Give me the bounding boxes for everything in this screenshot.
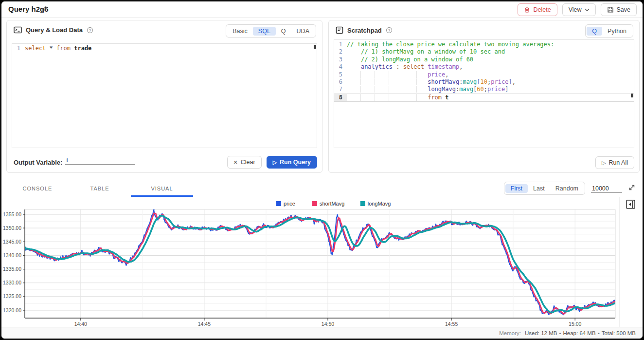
sample-mode-switcher: FirstLastRandom <box>504 182 585 195</box>
code-line: 3 // 2) longMavg on a window of 60 <box>334 56 634 63</box>
scratchpad-editor-lines: 1// taking the close price we calculate … <box>334 41 634 102</box>
query-panel-title: Query & Load Data <box>26 26 83 34</box>
legend-item-shortMavg[interactable]: shortMavg <box>312 201 344 207</box>
svg-text:shortMavg: shortMavg <box>320 201 344 207</box>
svg-text:1355.00: 1355.00 <box>3 211 21 217</box>
tab-console[interactable]: CONSOLE <box>6 180 69 197</box>
scratchpad-icon <box>336 26 343 34</box>
code-line: 7 longMavg:mavg[60;price] <box>334 86 634 93</box>
sample-last[interactable]: Last <box>528 184 550 193</box>
code-line: 1// taking the close price we calculate … <box>334 41 634 48</box>
delete-button[interactable]: Delete <box>518 3 557 16</box>
run-all-button[interactable]: ▷ Run All <box>595 156 634 169</box>
sample-first[interactable]: First <box>505 184 528 193</box>
scratchpad-panel: Scratchpad ? QPython 1// taking the clos… <box>328 20 640 173</box>
svg-text:1340.00: 1340.00 <box>3 252 21 258</box>
legend-item-longMavg[interactable]: longMavg <box>360 201 391 207</box>
svg-text:1350.00: 1350.00 <box>3 225 21 231</box>
lang-python[interactable]: Python <box>602 27 632 36</box>
visual-chart-svg: 1355.001350.001345.001340.001335.001330.… <box>1 197 644 329</box>
clear-button[interactable]: ✕ Clear <box>227 156 262 169</box>
svg-text:longMavg: longMavg <box>368 201 391 207</box>
expand-icon[interactable] <box>628 184 636 193</box>
svg-text:1345.00: 1345.00 <box>3 239 21 245</box>
code-line: 8 from t <box>334 94 634 102</box>
help-icon[interactable]: ? <box>386 27 393 34</box>
lang-q[interactable]: Q <box>587 27 602 36</box>
header: Query h2g6 Delete View Save <box>1 1 643 18</box>
save-icon <box>607 6 614 13</box>
scratchpad-lang-switcher: QPython <box>585 24 633 38</box>
mode-q[interactable]: Q <box>276 27 291 36</box>
save-button[interactable]: Save <box>601 3 637 16</box>
collapse-panel-button[interactable] <box>626 199 636 210</box>
visual-chart[interactable]: 1355.001350.001345.001340.001335.001330.… <box>1 197 644 329</box>
output-variable-label: Output Variable: <box>14 159 62 166</box>
output-variable-input[interactable] <box>65 157 135 165</box>
mode-sql[interactable]: SQL <box>253 27 276 36</box>
results-bar: CONSOLETABLEVISUAL FirstLastRandom <box>1 180 643 197</box>
row-limit-input[interactable] <box>591 185 622 193</box>
svg-text:1330.00: 1330.00 <box>3 280 21 285</box>
query-panel: Query & Load Data ? BasicSQLQUDA 1select… <box>6 20 322 173</box>
query-editor-lines: 1select * from trade <box>12 45 317 52</box>
code-line: 2 // 1) shortMavg on a window of 10 sec … <box>334 48 634 56</box>
view-button[interactable]: View <box>562 3 596 16</box>
svg-text:14:55: 14:55 <box>445 321 458 327</box>
tab-table[interactable]: TABLE <box>69 180 131 197</box>
query-editor[interactable]: 1select * from trade <box>12 43 317 148</box>
memory-label: Memory: <box>499 330 521 336</box>
app-window: Query h2g6 Delete View Save Query & Load… <box>0 0 644 340</box>
sample-random[interactable]: Random <box>550 184 584 193</box>
scratchpad-title: Scratchpad <box>347 27 382 34</box>
code-line: 5 price, <box>334 71 634 78</box>
mode-basic[interactable]: Basic <box>227 27 253 36</box>
tab-visual[interactable]: VISUAL <box>131 180 193 197</box>
svg-text:1320.00: 1320.00 <box>3 307 21 313</box>
chevron-down-icon <box>585 8 590 12</box>
run-icon: ▷ <box>273 159 277 166</box>
run-query-button[interactable]: ▷ Run Query <box>267 156 317 169</box>
svg-text:14:40: 14:40 <box>74 321 87 327</box>
scratchpad-editor[interactable]: 1// taking the close price we calculate … <box>334 39 634 148</box>
clear-x-icon: ✕ <box>233 159 238 166</box>
legend-item-price[interactable]: price <box>276 201 295 207</box>
code-line: 4 analytics : select timestamp, <box>334 63 634 71</box>
memory-values: Used: 12 MB•Heap: 64 MB•Total: 500 MB <box>525 330 636 336</box>
editor-scrollbar[interactable] <box>314 45 316 49</box>
svg-text:14:50: 14:50 <box>322 321 334 327</box>
active-tab-underline <box>131 195 193 197</box>
svg-text:1335.00: 1335.00 <box>3 266 21 272</box>
code-line: 6 shortMavg:mavg[10;price], <box>334 78 634 86</box>
svg-text:15:00: 15:00 <box>569 321 581 327</box>
editor-scrollbar[interactable] <box>631 94 633 97</box>
svg-text:1325.00: 1325.00 <box>3 293 21 299</box>
svg-text:price: price <box>284 201 295 207</box>
mode-uda[interactable]: UDA <box>291 27 315 36</box>
edit-title-icon[interactable] <box>41 5 48 15</box>
svg-text:?: ? <box>388 28 391 33</box>
svg-text:14:45: 14:45 <box>198 321 211 327</box>
query-mode-switcher: BasicSQLQUDA <box>226 24 316 38</box>
code-line: 1select * from trade <box>12 45 317 52</box>
help-icon[interactable]: ? <box>87 27 93 34</box>
status-bar: Memory: Used: 12 MB•Heap: 64 MB•Total: 5… <box>1 327 643 339</box>
run-icon: ▷ <box>602 160 606 166</box>
results-tabs: CONSOLETABLEVISUAL <box>6 180 193 197</box>
svg-text:?: ? <box>89 28 91 32</box>
terminal-icon <box>14 26 22 34</box>
trash-icon <box>524 6 530 13</box>
